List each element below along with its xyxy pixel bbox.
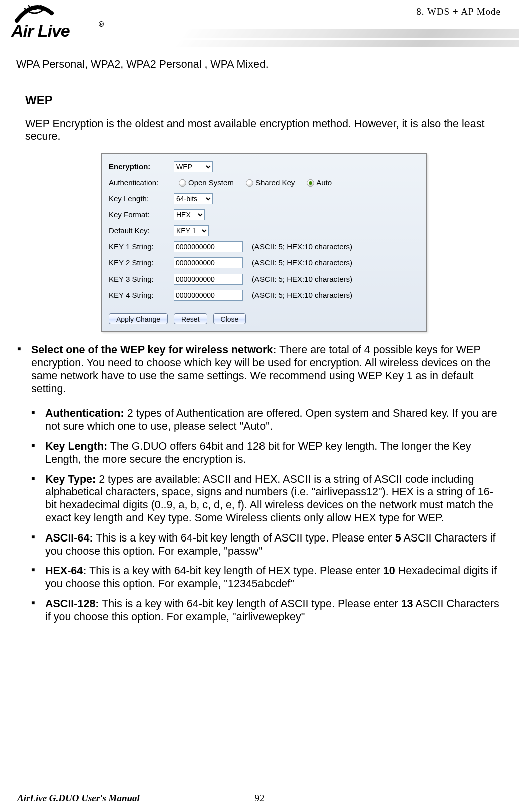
encryption-select[interactable]: WEP bbox=[174, 161, 213, 172]
radio-icon bbox=[307, 179, 314, 187]
footer-manual-title: AirLive G.DUO User's Manual bbox=[17, 793, 140, 804]
auth-shared-radio[interactable]: Shared Key bbox=[246, 178, 295, 187]
radio-icon bbox=[246, 179, 253, 187]
intro-text: WPA Personal, WPA2, WPA2 Personal , WPA … bbox=[16, 58, 503, 71]
key-hint: (ASCII: 5; HEX:10 characters) bbox=[252, 291, 352, 300]
close-button[interactable]: Close bbox=[213, 313, 246, 324]
keyformat-label: Key Format: bbox=[109, 210, 174, 219]
main-bullet-select-key: Select one of the WEP key for wireless n… bbox=[31, 344, 503, 395]
key1-label: KEY 1 String: bbox=[109, 242, 174, 251]
auth-auto-radio[interactable]: Auto bbox=[307, 178, 332, 187]
apply-button[interactable]: Apply Change bbox=[109, 313, 168, 324]
encryption-label: Encryption: bbox=[109, 162, 174, 171]
reset-button[interactable]: Reset bbox=[174, 313, 207, 324]
sub-bullet-ascii-128: ASCII-128: This is a key with 64-bit key… bbox=[45, 598, 503, 624]
key3-label: KEY 3 String: bbox=[109, 275, 174, 284]
key1-input[interactable] bbox=[174, 241, 243, 252]
registered-mark-icon: ® bbox=[99, 20, 104, 28]
key4-label: KEY 4 String: bbox=[109, 291, 174, 300]
sub-bullet-ascii-64: ASCII-64: This is a key with 64-bit key … bbox=[45, 532, 503, 558]
brand-logo: Air Live ® bbox=[11, 4, 126, 44]
footer-page-number: 92 bbox=[255, 793, 265, 804]
key3-input[interactable] bbox=[174, 274, 243, 285]
chapter-label: 8. WDS + AP Mode bbox=[416, 6, 501, 17]
key2-label: KEY 2 String: bbox=[109, 258, 174, 267]
defaultkey-label: Default Key: bbox=[109, 226, 174, 235]
key-hint: (ASCII: 5; HEX:10 characters) bbox=[252, 258, 352, 267]
radio-icon bbox=[179, 179, 186, 187]
page-footer: AirLive G.DUO User's Manual 92 bbox=[0, 793, 519, 804]
keyformat-select[interactable]: HEX bbox=[174, 209, 205, 220]
brand-name: Air Live bbox=[11, 21, 70, 41]
key2-input[interactable] bbox=[174, 257, 243, 268]
header-band-graphic bbox=[176, 29, 519, 47]
key-hint: (ASCII: 5; HEX:10 characters) bbox=[252, 275, 352, 284]
sub-bullet-hex-64: HEX-64: This is a key with 64-bit key le… bbox=[45, 565, 503, 591]
defaultkey-select[interactable]: KEY 1 bbox=[174, 225, 209, 236]
keylength-select[interactable]: 64-bits bbox=[174, 193, 213, 204]
sub-bullet-key-type: Key Type: 2 types are available: ASCII a… bbox=[45, 473, 503, 525]
keylength-label: Key Length: bbox=[109, 194, 174, 203]
sub-bullet-key-length: Key Length: The G.DUO offers 64bit and 1… bbox=[45, 440, 503, 466]
key-hint: (ASCII: 5; HEX:10 characters) bbox=[252, 242, 352, 251]
page-header: Air Live ® 8. WDS + AP Mode bbox=[0, 0, 519, 50]
page-content: WPA Personal, WPA2, WPA2 Personal , WPA … bbox=[0, 50, 519, 624]
authentication-label: Authentication: bbox=[109, 178, 174, 187]
logo-swoosh-icon bbox=[14, 3, 54, 23]
key4-input[interactable] bbox=[174, 290, 243, 301]
auth-open-radio[interactable]: Open System bbox=[179, 178, 234, 187]
wep-heading: WEP bbox=[25, 93, 503, 108]
wep-description: WEP Encryption is the oldest and most av… bbox=[25, 118, 503, 144]
wep-settings-panel: Encryption: WEP Authentication: Open Sys… bbox=[101, 153, 427, 332]
sub-bullet-authentication: Authentication: 2 types of Authenticatio… bbox=[45, 407, 503, 433]
